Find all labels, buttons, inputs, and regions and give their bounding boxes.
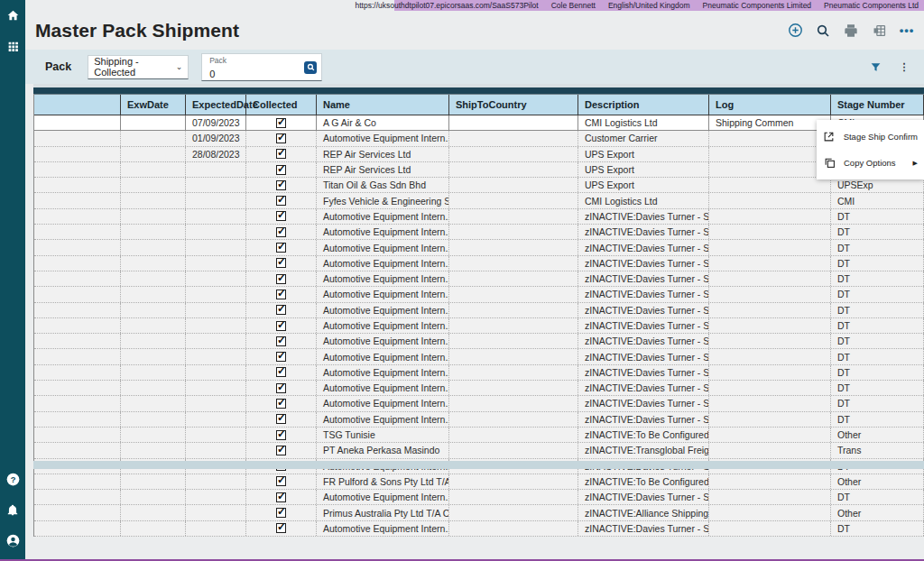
cell-row-indicator[interactable] (34, 131, 121, 145)
cell-ship-to-country[interactable] (449, 209, 578, 224)
cell-description[interactable]: zINACTIVE:Davies Turner - Sea (578, 521, 709, 536)
table-row[interactable]: Automotive Equipment Intern...zINACTIVE:… (34, 225, 924, 240)
collected-checkbox-checked[interactable] (276, 274, 286, 284)
cell-log[interactable] (709, 365, 831, 380)
cell-log[interactable] (709, 256, 831, 271)
table-row[interactable]: Automotive Equipment Intern...zINACTIVE:… (34, 396, 924, 411)
column-header-expecteddate[interactable]: ExpectedDate (186, 95, 246, 115)
cell-exw-date[interactable] (121, 428, 186, 442)
cell-collected[interactable] (246, 396, 317, 410)
collected-checkbox-checked[interactable] (276, 305, 286, 315)
cell-exw-date[interactable] (121, 334, 186, 348)
cell-description[interactable]: zINACTIVE:Davies Turner - Sea (578, 318, 709, 333)
help-icon[interactable]: ? (0, 464, 25, 494)
cell-row-indicator[interactable] (34, 209, 121, 224)
cell-stage-number[interactable]: DT (831, 396, 924, 410)
cell-collected[interactable] (246, 428, 317, 442)
cell-row-indicator[interactable] (34, 381, 121, 395)
collected-checkbox-checked[interactable] (276, 211, 286, 221)
cell-ship-to-country[interactable] (449, 303, 578, 317)
horizontal-scrollbar[interactable] (33, 461, 924, 469)
cell-log[interactable] (709, 303, 831, 317)
cell-collected[interactable] (246, 412, 317, 427)
cell-collected[interactable] (246, 131, 317, 145)
cell-log[interactable] (709, 381, 831, 395)
cell-exw-date[interactable] (121, 193, 186, 207)
cell-log[interactable] (709, 396, 831, 410)
cell-ship-to-country[interactable] (449, 381, 578, 395)
cell-description[interactable]: zINACTIVE:Alliance Shipping (578, 505, 709, 520)
cell-log[interactable] (709, 178, 831, 192)
cell-row-indicator[interactable] (34, 162, 121, 177)
cell-ship-to-country[interactable] (449, 334, 578, 348)
cell-name[interactable]: PT Aneka Perkasa Masindo (317, 443, 449, 457)
cell-log[interactable] (709, 271, 831, 286)
cell-expected-date[interactable]: 28/08/2023 (186, 147, 246, 161)
cell-description[interactable]: zINACTIVE:Davies Turner - Sea (578, 334, 709, 348)
cell-expected-date[interactable] (186, 412, 246, 427)
cell-description[interactable]: CMI Logistics Ltd (578, 115, 709, 130)
collected-checkbox-checked[interactable] (276, 149, 286, 159)
cell-name[interactable]: REP Air Services Ltd (317, 162, 449, 177)
collected-checkbox-checked[interactable] (276, 321, 286, 331)
cell-log[interactable] (709, 428, 831, 442)
column-header-exwdate[interactable]: ExwDate (121, 95, 186, 115)
cell-expected-date[interactable] (186, 271, 246, 286)
cell-name[interactable]: Automotive Equipment Intern... (317, 349, 449, 363)
cell-ship-to-country[interactable] (449, 521, 578, 536)
cell-name[interactable]: Automotive Equipment Intern... (317, 521, 449, 536)
cell-expected-date[interactable] (186, 428, 246, 442)
cell-row-indicator[interactable] (34, 412, 121, 427)
cell-log[interactable] (709, 193, 831, 207)
cell-exw-date[interactable] (121, 396, 186, 410)
cell-description[interactable]: zINACTIVE:Davies Turner - Sea (578, 225, 709, 239)
cell-ship-to-country[interactable] (449, 474, 578, 489)
cell-row-indicator[interactable] (34, 287, 121, 301)
cell-name[interactable]: Automotive Equipment Intern... (317, 256, 449, 271)
cell-stage-number[interactable]: DT (831, 209, 924, 224)
cell-stage-number[interactable]: Trans (831, 443, 924, 457)
cell-stage-number[interactable]: DT (831, 256, 924, 271)
collected-checkbox-checked[interactable] (276, 118, 286, 128)
cell-description[interactable]: CMI Logistics Ltd (578, 193, 709, 207)
cell-name[interactable]: A G Air & Co (317, 115, 449, 130)
cell-collected[interactable] (246, 256, 317, 271)
cell-name[interactable]: FR Pulford & Sons Pty Ltd T/A ... (317, 474, 449, 489)
cell-collected[interactable] (246, 381, 317, 395)
collected-checkbox-checked[interactable] (276, 165, 286, 175)
cell-description[interactable]: zINACTIVE:To Be Configured (578, 428, 709, 442)
cell-exw-date[interactable] (121, 209, 186, 224)
collected-checkbox-checked[interactable] (276, 414, 286, 424)
collected-checkbox-checked[interactable] (276, 492, 286, 502)
cell-row-indicator[interactable] (34, 428, 121, 442)
cell-stage-number[interactable]: DT (831, 349, 924, 363)
table-row[interactable]: Titan Oil & Gas Sdn BhdUPS ExportUPSExp (34, 178, 924, 193)
cell-stage-number[interactable]: Other (831, 428, 924, 442)
cell-row-indicator[interactable] (34, 303, 121, 317)
cell-ship-to-country[interactable] (449, 178, 578, 192)
cell-log[interactable] (709, 490, 831, 504)
cell-description[interactable]: zINACTIVE:Davies Turner - Sea (578, 412, 709, 427)
cell-expected-date[interactable] (186, 474, 246, 489)
cell-row-indicator[interactable] (34, 115, 121, 130)
cell-name[interactable]: Automotive Equipment Intern... (317, 225, 449, 239)
grid-options-kebab-icon[interactable]: ⋮ (897, 60, 911, 74)
cell-description[interactable]: zINACTIVE:To Be Configured (578, 474, 709, 489)
cell-expected-date[interactable] (186, 349, 246, 363)
cell-stage-number[interactable]: UPSExp (831, 178, 924, 192)
cell-ship-to-country[interactable] (449, 147, 578, 161)
table-row[interactable]: FR Pulford & Sons Pty Ltd T/A ...zINACTI… (34, 474, 924, 490)
cell-row-indicator[interactable] (34, 193, 121, 207)
table-row[interactable]: Automotive Equipment Intern...zINACTIVE:… (34, 287, 924, 302)
cell-exw-date[interactable] (121, 318, 186, 333)
print-icon[interactable] (843, 23, 859, 39)
cell-expected-date[interactable] (186, 162, 246, 177)
cell-ship-to-country[interactable] (449, 396, 578, 410)
column-header-description[interactable]: Description (578, 95, 709, 115)
cell-row-indicator[interactable] (34, 271, 121, 286)
cell-exw-date[interactable] (121, 521, 186, 536)
table-row[interactable]: Automotive Equipment Intern...zINACTIVE:… (34, 490, 924, 505)
cell-name[interactable]: Automotive Equipment Intern... (317, 303, 449, 317)
cell-row-indicator[interactable] (34, 318, 121, 333)
cell-log[interactable]: Shipping Commen (709, 115, 831, 130)
